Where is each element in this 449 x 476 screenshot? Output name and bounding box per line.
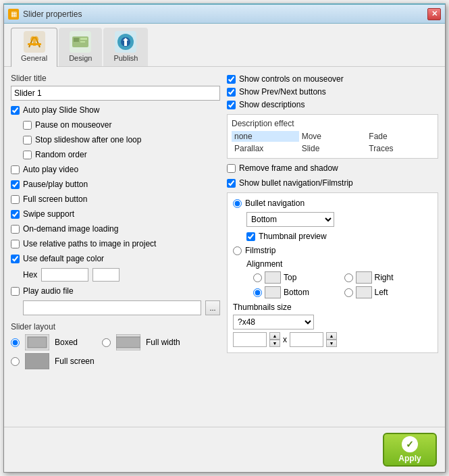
align-left: Left [344,286,433,298]
bullet-section: Bullet navigation Bottom Thumbnail previ… [227,192,438,353]
thumbnail-preview-checkbox[interactable] [246,232,255,241]
size-1-up[interactable]: ▲ [269,332,280,340]
on-demand-checkbox[interactable] [11,225,20,234]
color-swatch[interactable] [93,268,120,282]
default-page-color-row: Use default page color [11,253,220,264]
stop-loop-label: Stop slideshow after one loop [35,135,141,144]
swipe-support-row: Swipe support [11,209,220,219]
default-page-color-checkbox[interactable] [11,255,20,263]
size-2-spinner: ▲ ▼ [326,332,337,347]
show-desc-label: Show descriptions [239,100,305,109]
full-width-radio[interactable] [102,338,111,347]
top-checkboxes: Show controls on mouseover Show Prev/Nex… [227,74,438,110]
full-screen-checkbox[interactable] [11,195,20,204]
tab-general[interactable]: General [11,28,57,67]
random-order-checkbox[interactable] [23,151,32,159]
show-desc-checkbox[interactable] [227,101,236,109]
thumbnails-section: Thumbnails size ?x48 0 ▲ ▼ x 0 [233,302,432,347]
effect-move[interactable]: Move [299,131,367,142]
svg-rect-11 [28,337,47,348]
apply-button[interactable]: ✓ Apply [383,433,437,467]
align-right: Right [344,271,433,284]
bottom-dropdown[interactable]: Bottom [246,212,334,227]
auto-play-video-row: Auto play video [11,164,220,175]
show-prev-next-row: Show Prev/Next buttons [227,86,438,97]
bullet-nav-radio[interactable] [233,199,242,208]
window-title: Slider properties [23,9,427,19]
effect-grid: none Move Fade Parallax Slide Traces [232,131,433,154]
stop-loop-row: Stop slideshow after one loop [11,134,220,145]
filmstrip-radio-row: Filmstrip [233,246,432,255]
align-left-radio[interactable] [344,288,353,297]
auto-play-checkbox[interactable] [11,106,20,115]
size-1-down[interactable]: ▼ [269,340,280,347]
effect-parallax[interactable]: Parallax [232,143,299,154]
align-left-icon [356,286,372,298]
thumbnails-size-label: Thumbnails size [233,302,432,312]
effect-none[interactable]: none [232,131,299,142]
auto-play-label: Auto play Slide Show [23,105,99,115]
svg-rect-15 [25,353,49,369]
show-controls-checkbox[interactable] [227,75,236,84]
show-bullet-label: Show bullet navigation/Filmstrip [239,178,353,188]
size-input-1[interactable]: 0 [233,332,267,347]
show-bullet-checkbox[interactable] [227,179,236,188]
relative-paths-label: Use relative paths to image in project [23,239,156,248]
swipe-support-checkbox[interactable] [11,210,20,219]
align-top-radio[interactable] [253,273,262,282]
close-button[interactable]: ✕ [427,8,441,20]
slider-layout-label: Slider layout [11,322,220,332]
size-2-down[interactable]: ▼ [326,340,337,347]
effect-fade[interactable]: Fade [366,131,433,142]
slider-title-input[interactable] [11,86,220,101]
full-width-icon [116,334,140,350]
show-prev-next-checkbox[interactable] [227,88,236,97]
show-prev-next-label: Show Prev/Next buttons [239,87,326,97]
full-width-label: Full width [146,338,180,347]
play-audio-checkbox[interactable] [11,287,20,296]
content-area: Slider title Auto play Slide Show Pause … [4,67,445,427]
effect-traces[interactable]: Traces [366,143,433,154]
align-bottom-icon [265,286,281,298]
hex-input[interactable] [41,268,88,282]
play-audio-row: Play audio file [11,286,220,296]
browse-button[interactable]: ... [205,300,220,315]
pause-mouseover-row: Pause on mouseover [11,120,220,130]
align-bottom-radio[interactable] [253,288,262,297]
relative-paths-checkbox[interactable] [11,240,20,248]
right-panel: Show controls on mouseover Show Prev/Nex… [227,74,438,420]
pause-play-label: Pause/play button [23,180,88,189]
align-right-radio[interactable] [344,273,353,282]
size-2-up[interactable]: ▲ [326,332,337,340]
filmstrip-radio[interactable] [233,246,242,255]
pause-mouseover-checkbox[interactable] [23,121,32,130]
auto-play-video-checkbox[interactable] [11,165,20,174]
tabs-bar: General Design Publish [4,24,445,67]
boxed-layout-row: Boxed Full width [11,334,220,350]
boxed-radio[interactable] [11,338,20,347]
pause-play-checkbox[interactable] [11,180,20,189]
hex-label: Hex [23,270,37,280]
size-row: 0 ▲ ▼ x 0 ▲ ▼ [233,332,432,347]
tab-publish[interactable]: Publish [103,28,148,66]
audio-file-row: ... [11,300,220,315]
size-input-2[interactable]: 0 [290,332,323,347]
auto-play-video-label: Auto play video [23,165,78,174]
effect-slide[interactable]: Slide [299,143,367,154]
remove-frame-checkbox[interactable] [227,164,236,173]
align-top: Top [253,271,342,284]
audio-file-input[interactable] [23,300,201,315]
desc-effect-section: Description effect none Move Fade Parall… [227,114,438,159]
show-desc-row: Show descriptions [227,99,438,110]
align-top-icon [265,271,281,284]
thumb-size-dropdown-wrapper: ?x48 [233,315,314,329]
stop-loop-checkbox[interactable] [23,136,32,144]
pause-play-row: Pause/play button [11,179,220,190]
thumb-size-dropdown[interactable]: ?x48 [233,315,314,329]
full-screen-layout-radio[interactable] [11,357,20,366]
desc-effect-label: Description effect [232,119,433,128]
boxed-label: Boxed [55,338,78,347]
tab-design[interactable]: Design [59,28,102,66]
size-x-label: x [283,335,287,344]
filmstrip-label: Filmstrip [245,246,275,255]
